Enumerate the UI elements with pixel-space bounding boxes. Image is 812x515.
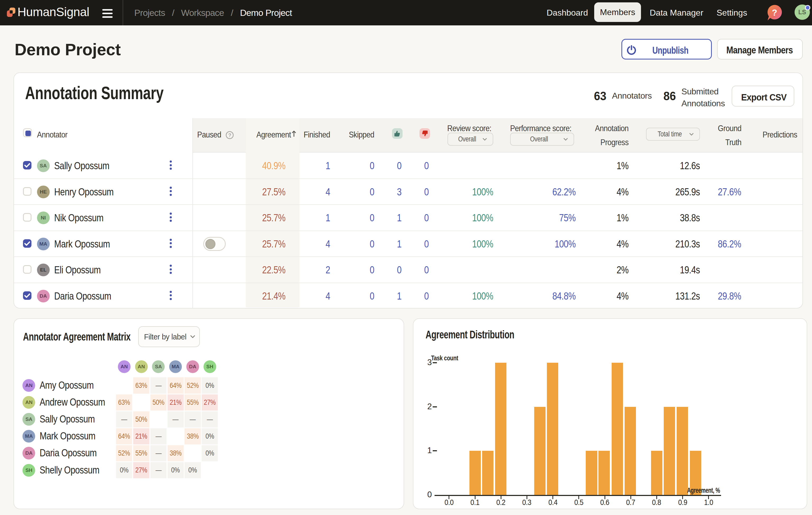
svg-text:?: ?: [772, 8, 777, 18]
svg-text:?: ?: [228, 133, 231, 138]
